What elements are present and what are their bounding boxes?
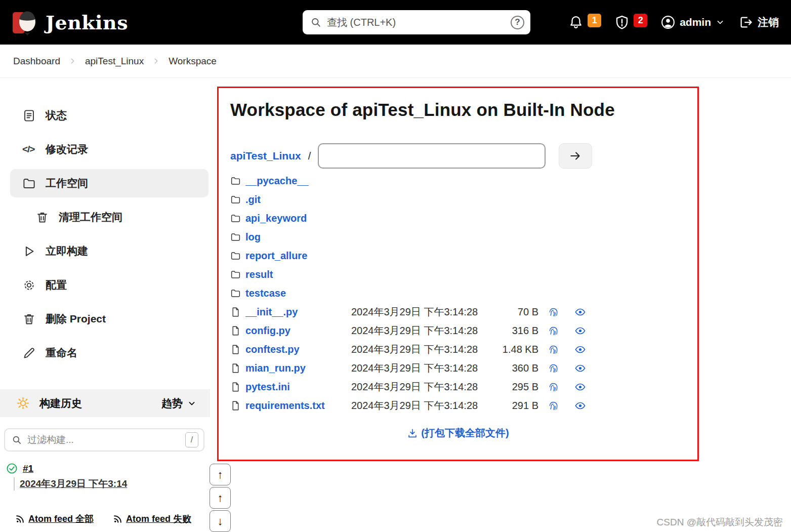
fingerprint-icon[interactable] bbox=[538, 306, 568, 318]
sidebar-item[interactable]: 重命名 bbox=[10, 339, 209, 367]
pencil-icon bbox=[22, 346, 36, 360]
folder-icon bbox=[230, 251, 241, 261]
rss-icon bbox=[113, 514, 122, 524]
file-icon bbox=[230, 400, 241, 411]
atom-feed-failures-link[interactable]: Atom feed 失败 bbox=[113, 513, 191, 525]
file-link[interactable]: requirements.txt bbox=[245, 400, 325, 412]
file-date: 2024年3月29日 下午3:14:28 bbox=[351, 305, 493, 319]
atom-feed-label: Atom feed 全部 bbox=[28, 513, 94, 525]
sidebar-item[interactable]: </>修改记录 bbox=[10, 135, 209, 163]
sidebar-item[interactable]: 配置 bbox=[10, 271, 209, 299]
help-icon[interactable]: ? bbox=[511, 16, 524, 29]
file-date: 2024年3月29日 下午3:14:28 bbox=[351, 361, 493, 375]
brand-name: Jenkins bbox=[46, 11, 128, 34]
view-icon[interactable] bbox=[568, 306, 592, 318]
scroll-down-button[interactable]: ↓ bbox=[210, 510, 231, 532]
file-link[interactable]: __init__.py bbox=[245, 306, 298, 318]
download-all-label: (打包下载全部文件) bbox=[421, 426, 509, 440]
path-root-link[interactable]: apiTest_Linux bbox=[230, 150, 301, 162]
atom-feed-all-link[interactable]: Atom feed 全部 bbox=[15, 513, 94, 525]
rss-icon bbox=[15, 514, 25, 524]
download-all-link[interactable]: (打包下载全部文件) bbox=[407, 426, 509, 440]
scroll-buttons: ↑ ↑ ↓ bbox=[210, 464, 231, 532]
notifications-badge: 1 bbox=[588, 14, 601, 27]
breadcrumb-dashboard[interactable]: Dashboard bbox=[13, 56, 60, 67]
workspace-file-list: __pycache__.gitapi_keywordlogreport_allu… bbox=[230, 172, 791, 415]
folder-icon bbox=[230, 232, 241, 242]
arrow-right-icon bbox=[569, 149, 582, 162]
chevron-right-icon bbox=[68, 57, 77, 65]
sidebar: 状态</>修改记录工作空间清理工作空间立即构建配置删除 Project重命名 构… bbox=[0, 78, 210, 532]
build-history-label: 构建历史 bbox=[39, 396, 82, 411]
file-date: 2024年3月29日 下午3:14:28 bbox=[351, 343, 493, 356]
file-link[interactable]: conftest.py bbox=[245, 344, 300, 355]
file-icon bbox=[230, 363, 241, 374]
folder-link[interactable]: .git bbox=[245, 194, 261, 206]
folder-row: .git bbox=[230, 190, 791, 209]
fingerprint-icon[interactable] bbox=[538, 381, 568, 393]
logout-button[interactable]: 注销 bbox=[738, 15, 779, 30]
file-link[interactable]: pytest.ini bbox=[245, 381, 290, 393]
folder-link[interactable]: report_allure bbox=[245, 250, 307, 262]
global-search-input[interactable]: 查找 (CTRL+K) ? bbox=[303, 10, 530, 34]
folder-row: __pycache__ bbox=[230, 172, 791, 190]
scroll-up-button[interactable]: ↑ bbox=[210, 487, 231, 509]
logout-label: 注销 bbox=[758, 15, 779, 29]
view-icon[interactable] bbox=[568, 400, 592, 412]
folder-row: testcase bbox=[230, 284, 791, 303]
warnings-badge: 2 bbox=[634, 14, 647, 27]
sun-icon bbox=[16, 396, 30, 410]
fingerprint-icon[interactable] bbox=[538, 400, 568, 412]
view-icon[interactable] bbox=[568, 381, 592, 393]
file-link[interactable]: mian_run.py bbox=[245, 362, 306, 374]
sidebar-item[interactable]: 删除 Project bbox=[10, 305, 209, 333]
download-icon bbox=[407, 428, 418, 439]
shield-warning-icon bbox=[614, 15, 630, 30]
user-menu[interactable]: admin bbox=[660, 15, 725, 30]
path-input[interactable] bbox=[318, 143, 546, 169]
build-history-header[interactable]: 构建历史 趋势 bbox=[0, 389, 210, 417]
file-row: requirements.txt2024年3月29日 下午3:14:28291 … bbox=[230, 396, 791, 415]
security-warnings-button[interactable]: 2 bbox=[614, 15, 647, 30]
folder-link[interactable]: __pycache__ bbox=[245, 175, 309, 187]
breadcrumb-job[interactable]: apiTest_Linux bbox=[85, 56, 144, 67]
build-date-link[interactable]: 2024年3月29日 下午3:14 bbox=[20, 478, 127, 489]
notifications-button[interactable]: 1 bbox=[568, 15, 601, 30]
atom-feeds: Atom feed 全部 Atom feed 失败 bbox=[15, 513, 191, 525]
folder-link[interactable]: testcase bbox=[245, 288, 286, 299]
folder-link[interactable]: api_keyword bbox=[245, 213, 307, 224]
folder-icon bbox=[22, 177, 36, 190]
folder-link[interactable]: log bbox=[245, 231, 261, 243]
folder-link[interactable]: result bbox=[245, 269, 273, 280]
user-icon bbox=[660, 15, 676, 30]
trash-icon bbox=[35, 211, 49, 224]
chevron-down-icon bbox=[187, 398, 197, 408]
build-number-link[interactable]: #1 bbox=[23, 463, 33, 474]
search-placeholder: 查找 (CTRL+K) bbox=[327, 16, 396, 29]
fingerprint-icon[interactable] bbox=[538, 344, 568, 355]
view-icon[interactable] bbox=[568, 362, 592, 374]
breadcrumb-workspace[interactable]: Workspace bbox=[169, 56, 217, 67]
fingerprint-icon[interactable] bbox=[538, 362, 568, 374]
trend-toggle[interactable]: 趋势 bbox=[161, 396, 197, 411]
sidebar-item[interactable]: 立即构建 bbox=[10, 237, 209, 265]
view-icon[interactable] bbox=[568, 325, 592, 337]
sidebar-item[interactable]: 工作空间 bbox=[10, 169, 209, 197]
search-icon bbox=[310, 16, 322, 28]
sidebar-item[interactable]: 状态 bbox=[10, 101, 209, 130]
sidebar-item[interactable]: 清理工作空间 bbox=[10, 203, 209, 231]
file-link[interactable]: config.py bbox=[245, 325, 290, 337]
folder-icon bbox=[230, 213, 241, 224]
go-button[interactable] bbox=[559, 143, 592, 169]
folder-row: report_allure bbox=[230, 247, 791, 265]
folder-row: log bbox=[230, 228, 791, 247]
fingerprint-icon[interactable] bbox=[538, 325, 568, 337]
shortcut-key-badge: / bbox=[185, 432, 198, 447]
sidebar-item-label: 配置 bbox=[46, 278, 67, 292]
file-size: 70 B bbox=[493, 306, 538, 318]
scroll-up-button[interactable]: ↑ bbox=[210, 464, 231, 485]
view-icon[interactable] bbox=[568, 344, 592, 355]
jenkins-home-link[interactable]: Jenkins bbox=[12, 8, 128, 36]
build-filter-input[interactable]: 过滤构建... / bbox=[4, 428, 204, 452]
file-row: config.py2024年3月29日 下午3:14:28316 B bbox=[230, 321, 791, 340]
